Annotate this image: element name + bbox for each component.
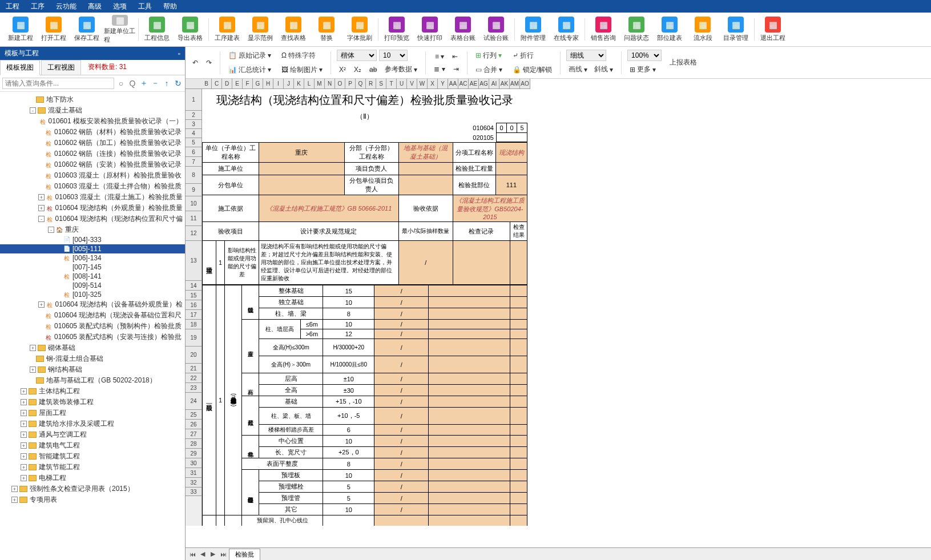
col-P[interactable]: P (345, 79, 356, 89)
expand-toggle[interactable]: + (21, 399, 27, 405)
tree-item[interactable]: +强制性条文检查记录用表（2015） (0, 484, 185, 494)
row-9[interactable]: 9 (186, 184, 201, 196)
tb-导出表格[interactable]: ▦导出表格 (174, 16, 206, 43)
btn-stats[interactable]: 📊 汇总统计 ▾ (226, 64, 273, 76)
col-C[interactable]: C (212, 79, 222, 89)
tree-item[interactable]: +砌体基础 (0, 343, 185, 353)
col-G[interactable]: G (253, 79, 263, 89)
col-B[interactable]: B (201, 79, 212, 89)
btn-wrap[interactable]: ⤶ 折行 (510, 50, 536, 62)
tree-item[interactable]: 检010605 装配式结构（预制构件）检验批质 (0, 321, 185, 332)
tree-item[interactable]: 检010602 钢筋（连接）检验批质量验收记录 (0, 148, 185, 159)
tree-item[interactable]: 检010603 混凝土（原材料）检验批质量验收 (0, 170, 185, 181)
tab-last-icon[interactable]: ⏭ (219, 551, 228, 558)
tree-item[interactable]: +屋面工程 (0, 408, 185, 418)
tree-item[interactable]: 检[006]-134 (0, 253, 185, 263)
tree-item[interactable]: +建筑给水排水及采暖工程 (0, 418, 185, 429)
col-AO[interactable]: AO (520, 79, 530, 89)
row-19[interactable]: 19 (186, 329, 201, 347)
btn-upload[interactable]: 上报表格 (667, 57, 699, 69)
tree-item[interactable]: +专项用表 (0, 494, 185, 505)
refresh-icon[interactable]: ↻ (174, 79, 183, 88)
tb-销售咨询[interactable]: ▦销售咨询 (587, 16, 619, 43)
tb-替换[interactable]: ▦替换 (311, 16, 342, 43)
tb-部位建表[interactable]: ▦部位建表 (654, 16, 686, 43)
expand-toggle[interactable]: + (11, 497, 18, 503)
expand-toggle[interactable]: + (21, 410, 27, 416)
menu-帮助[interactable]: 帮助 (163, 2, 177, 11)
tree-item[interactable]: 检010602 钢筋（材料）检验批质量验收记录 (0, 127, 185, 138)
btn-special-char[interactable]: Ω 特殊字符 (279, 50, 318, 62)
tree-item[interactable]: [009]-514 (0, 281, 185, 290)
fontsize-select[interactable]: 10 (379, 50, 408, 61)
expand-toggle[interactable]: + (21, 464, 27, 470)
tree-item[interactable]: +钢结构基础 (0, 364, 185, 375)
expand-toggle[interactable]: + (38, 205, 45, 211)
btn-valign[interactable]: ≣ ▾ (432, 64, 447, 74)
col-S[interactable]: S (376, 79, 386, 89)
row-18[interactable]: 18 (186, 320, 201, 329)
tb-显示范例[interactable]: ▦显示范例 (244, 16, 276, 43)
btn-undo[interactable]: ↶ (190, 58, 200, 68)
row-22[interactable]: 22 (186, 373, 201, 383)
btn-strikethrough[interactable]: ab (367, 63, 379, 75)
col-J[interactable]: J (284, 79, 294, 89)
btn-subscript[interactable]: X₂ (352, 63, 364, 75)
tb-保存工程[interactable]: ▦保存工程 (71, 16, 103, 43)
v-item[interactable]: 现浇结构 (495, 143, 527, 163)
tree-item[interactable]: +检010603 混凝土（混凝土施工）检验批质量 (0, 192, 185, 203)
tb-在线专家[interactable]: ▦在线专家 (550, 16, 582, 43)
row-14[interactable]: 14 (186, 281, 201, 291)
row-23[interactable]: 23 (186, 383, 201, 393)
row-15[interactable]: 15 (186, 291, 201, 300)
row-11[interactable]: 11 (186, 211, 201, 226)
expand-icon[interactable]: ＋ (139, 78, 148, 88)
sheet-tab[interactable]: 检验批 (229, 549, 260, 560)
col-V[interactable]: V (407, 79, 417, 89)
tb-试验台账[interactable]: ▦试验台账 (480, 16, 512, 43)
col-U[interactable]: U (397, 79, 407, 89)
select-all-cell[interactable] (186, 79, 201, 89)
tb-打开工程[interactable]: ▦打开工程 (38, 16, 70, 43)
tab-project-view[interactable]: 工程视图 (41, 60, 81, 75)
tb-问题状态[interactable]: ▦问题状态 (620, 16, 652, 43)
expand-toggle[interactable]: - (38, 216, 45, 222)
col-AI[interactable]: AI (489, 79, 499, 89)
btn-lock[interactable]: 🔒 锁定/解锁 (510, 64, 554, 76)
row-8[interactable]: 8 (186, 167, 201, 184)
col-L[interactable]: L (304, 79, 315, 89)
tree-item[interactable]: +建筑节能工程 (0, 462, 185, 473)
row-17[interactable]: 17 (186, 310, 201, 320)
expand-toggle[interactable]: - (48, 227, 54, 233)
btn-indent-right[interactable]: ⇥ (451, 64, 461, 74)
col-F[interactable]: F (243, 79, 253, 89)
tree-item[interactable]: 检010605 装配式结构（安装与连接）检验批 (0, 332, 185, 343)
expand-toggle[interactable]: + (21, 475, 27, 481)
line-style-select[interactable]: 细线 (566, 50, 606, 61)
menu-云功能[interactable]: 云功能 (56, 2, 76, 11)
tree-item[interactable]: +智能建筑工程 (0, 451, 185, 462)
tree-item[interactable]: 📄[005]-111 (0, 244, 185, 253)
menu-工具[interactable]: 工具 (138, 2, 152, 11)
row-7[interactable]: 7 (186, 157, 201, 167)
tree-item[interactable]: 检[008]-141 (0, 272, 185, 281)
tab-next-icon[interactable]: ▶ (208, 550, 217, 558)
search-clear-icon[interactable]: ○ (116, 79, 126, 88)
expand-toggle[interactable]: + (30, 345, 36, 351)
tab-prev-icon[interactable]: ◀ (198, 550, 207, 558)
tree-item[interactable]: +电梯工程 (0, 473, 185, 484)
row-24[interactable]: 24 (186, 393, 201, 410)
tb-新建工程[interactable]: ▦新建工程 (5, 16, 37, 43)
btn-rowcol[interactable]: ⊞ 行列 ▾ (473, 50, 504, 62)
up-icon[interactable]: ↑ (162, 79, 171, 88)
row-25[interactable]: 25 (186, 410, 201, 420)
tree-item[interactable]: 检[010]-325 (0, 290, 185, 299)
row-32[interactable]: 32 (186, 478, 201, 488)
zoom-select[interactable]: 100% (627, 50, 662, 61)
row-21[interactable]: 21 (186, 364, 201, 373)
row-4[interactable]: 4 (186, 129, 201, 138)
menu-高级[interactable]: 高级 (88, 2, 102, 11)
row-2[interactable]: 2 (186, 111, 201, 120)
expand-toggle[interactable]: + (21, 453, 27, 460)
btn-redo[interactable]: ↷ (204, 58, 214, 68)
